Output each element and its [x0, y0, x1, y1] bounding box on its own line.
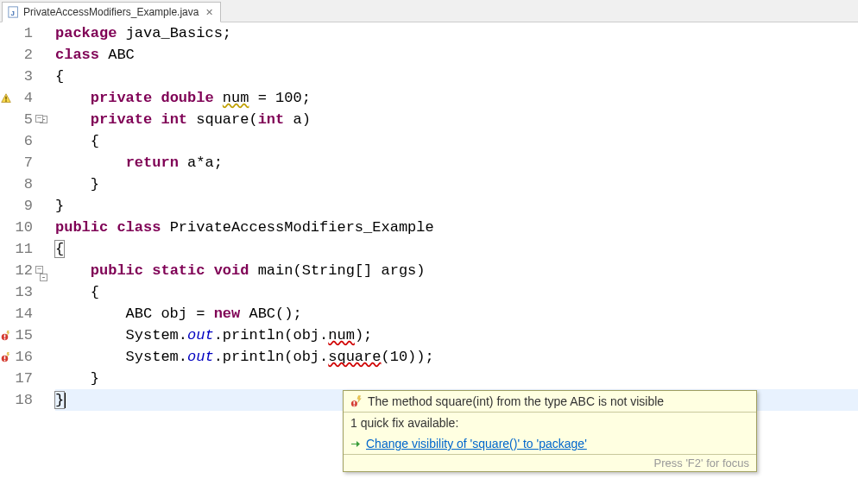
fold-toggle-icon[interactable]: −: [35, 115, 43, 123]
fold-column: --: [38, 22, 52, 425]
code-area[interactable]: package java_Basics;class ABC{ private d…: [52, 22, 858, 425]
line-number: 1: [12, 22, 33, 44]
line-number: 6: [12, 130, 33, 152]
gutter-marker: [0, 173, 12, 195]
line-number: 7: [12, 152, 33, 173]
gutter-marker: [0, 44, 12, 66]
fold-toggle-icon[interactable]: -: [40, 274, 47, 281]
code-line[interactable]: }: [55, 368, 858, 389]
svg-rect-11: [354, 401, 356, 405]
code-line[interactable]: {: [55, 130, 858, 152]
line-number: 17: [12, 368, 33, 389]
hover-quickfix-header: 1 quick fix available:: [344, 412, 756, 433]
gutter-marker: [0, 195, 12, 217]
gutter-marker: [0, 217, 12, 238]
svg-rect-6: [4, 338, 6, 340]
hover-error-row: The method square(int) from the type ABC…: [344, 391, 756, 412]
gutter-marker[interactable]: [0, 346, 12, 368]
close-icon[interactable]: ✕: [205, 7, 213, 18]
line-number: 14: [12, 303, 33, 324]
error-bulb-icon: [350, 395, 363, 407]
gutter-marker: [0, 22, 12, 44]
error-hover-popup: The method square(int) from the type ABC…: [343, 390, 757, 472]
quickfix-link[interactable]: Change visibility of 'square()' to 'pack…: [366, 437, 587, 450]
line-number: 2: [12, 44, 33, 66]
gutter-marker: [0, 109, 12, 130]
line-number: 9: [12, 195, 33, 217]
svg-text:J: J: [11, 9, 15, 17]
gutter-marker: [0, 303, 12, 324]
gutter-marker: [0, 389, 12, 411]
gutter-marker: [0, 368, 12, 389]
code-line[interactable]: return a*a;: [55, 152, 858, 173]
gutter-marker: [0, 130, 12, 152]
code-line[interactable]: {: [55, 66, 858, 87]
gutter-marker: [0, 238, 12, 260]
gutter-marker[interactable]: [0, 87, 12, 109]
line-number: 15: [12, 324, 33, 346]
line-number: 5−: [12, 109, 33, 130]
editor-tabbar: J PrivateAccessModifiers_Example.java ✕: [0, 0, 858, 22]
line-number-gutter: 12345−6789101112−131415161718: [12, 22, 38, 425]
line-number: 12−: [12, 260, 33, 281]
code-line[interactable]: private int square(int a): [55, 109, 858, 130]
svg-rect-9: [4, 360, 6, 362]
line-number: 11: [12, 238, 33, 260]
fold-toggle-icon[interactable]: −: [35, 266, 43, 274]
svg-rect-2: [5, 96, 7, 99]
line-number: 13: [12, 281, 33, 303]
code-line[interactable]: public static void main(String[] args): [55, 260, 858, 281]
line-number: 8: [12, 173, 33, 195]
code-line[interactable]: class ABC: [55, 44, 858, 66]
line-number: 16: [12, 346, 33, 368]
code-line[interactable]: private double num = 100;: [55, 87, 858, 109]
hover-footer: Press 'F2' for focus: [344, 454, 756, 471]
line-number: 10: [12, 217, 33, 238]
editor-tab[interactable]: J PrivateAccessModifiers_Example.java ✕: [2, 2, 221, 22]
code-line[interactable]: System.out.println(obj.num);: [55, 324, 858, 346]
code-line[interactable]: }: [55, 195, 858, 217]
code-line[interactable]: {: [55, 281, 858, 303]
hover-quickfix-item[interactable]: Change visibility of 'square()' to 'pack…: [344, 433, 756, 454]
gutter-marker: [0, 152, 12, 173]
svg-rect-5: [4, 334, 6, 337]
code-line[interactable]: public class PrivateAccessModifiers_Exam…: [55, 217, 858, 238]
error-bulb-icon: [1, 331, 11, 341]
warning-bulb-icon: [1, 93, 11, 104]
code-line[interactable]: {: [55, 238, 858, 260]
tab-filename: PrivateAccessModifiers_Example.java: [23, 6, 199, 18]
line-number: 4: [12, 87, 33, 109]
gutter-marker: [0, 260, 12, 281]
error-bulb-icon: [1, 352, 11, 362]
quickfix-count-label: 1 quick fix available:: [350, 416, 458, 430]
svg-rect-12: [354, 405, 356, 406]
line-number: 3: [12, 66, 33, 87]
code-line[interactable]: System.out.println(obj.square(10));: [55, 346, 858, 368]
code-editor[interactable]: 12345−6789101112−131415161718 -- package…: [0, 22, 858, 425]
code-line[interactable]: }: [55, 173, 858, 195]
svg-rect-8: [4, 356, 6, 359]
gutter-marker[interactable]: [0, 324, 12, 346]
code-line[interactable]: package java_Basics;: [55, 22, 858, 44]
code-line[interactable]: ABC obj = new ABC();: [55, 303, 858, 324]
gutter-marker: [0, 281, 12, 303]
marker-bar: [0, 22, 12, 425]
java-file-icon: J: [8, 6, 20, 18]
gutter-marker: [0, 66, 12, 87]
hover-error-message: The method square(int) from the type ABC…: [368, 394, 664, 408]
svg-rect-3: [5, 100, 7, 102]
quickfix-arrow-icon: [350, 438, 361, 449]
line-number: 18: [12, 389, 33, 411]
